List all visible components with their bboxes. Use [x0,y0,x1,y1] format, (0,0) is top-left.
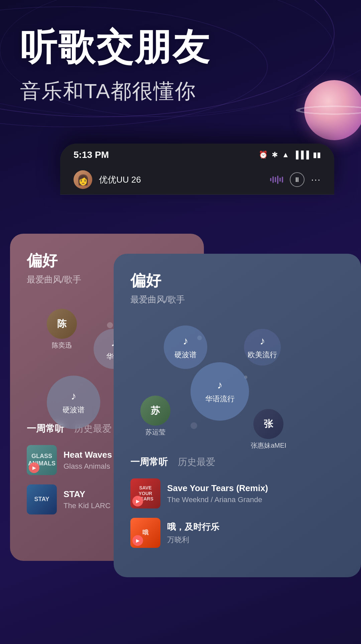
artist-name-su: 苏运莹 [145,428,165,437]
bluetooth-icon: ✱ [272,151,278,159]
front-song-item-2: ▶ 哦 哦，及时行乐 万晓利 [130,518,344,548]
notification-info: 优优UU 26 [99,174,263,186]
front-card-title: 偏好 [130,270,344,291]
artist-su: 苏 苏运莹 [140,396,170,437]
music-icon-cpop: ♪ [217,379,223,391]
phone-mockup: 5:13 PM ⏰ ✱ ▲ ▐▐▐ ▮▮ 👩 优优UU 26 [60,144,361,195]
alarm-icon: ⏰ [259,151,268,159]
front-card-subtitle: 最爱曲风/歌手 [130,294,344,305]
phone-frame: 5:13 PM ⏰ ✱ ▲ ▐▐▐ ▮▮ 👩 优优UU 26 [60,144,334,195]
front-weekly-tabs: 一周常听 历史最爱 [130,456,344,468]
genre-label-hard: 硬波谱 [174,350,197,360]
music-icon-western: ♪ [260,335,265,347]
genre-bubble-large: ♪ 硬波谱 [47,376,100,429]
music-icon-2: ♪ [71,390,76,402]
dot-decoration [107,322,113,328]
notification-controls: ⏸ ··· [290,172,321,187]
artist-name-chen: 陈奕迅 [52,341,72,350]
status-bar: 5:13 PM ⏰ ✱ ▲ ▐▐▐ ▮▮ [60,144,334,165]
genre-label-western: 欧美流行 [248,350,277,360]
notification-avatar: 👩 [74,170,92,189]
notification-username: 优优UU 26 [99,175,141,185]
hero-subtitle: 音乐和TA都很懂你 [20,77,211,105]
music-icon-hard: ♪ [183,335,188,347]
pause-button[interactable]: ⏸ [290,172,305,187]
genre-label-cpop: 华语流行 [205,394,235,404]
artist-avatar-su: 苏 [140,396,170,426]
front-card-bubbles: ♪ 硬波谱 ♪ 欧美流行 ♪ 华语流行 苏 苏 [130,322,344,456]
genre-label-hardwave: 硬波谱 [63,405,85,415]
play-button-front-1[interactable]: ▶ [132,496,143,506]
genre-bubble-cpop-circle: ♪ 华语流行 [191,362,249,421]
status-icons: ⏰ ✱ ▲ ▐▐▐ ▮▮ [259,151,321,159]
planet-decoration [297,73,361,147]
front-tab-weekly[interactable]: 一周常听 [130,456,168,468]
artist-avatar-zhang: 张 [253,409,283,439]
front-song-artist-2: 万晓利 [167,535,344,545]
artist-name-zhang: 张惠妹aMEI [251,441,286,450]
play-button-1[interactable]: ▶ [29,462,39,473]
front-song-item-1: ▶ SAVEYOURTEARS Save Your Tears (Remix) … [130,478,344,508]
dot-decoration-f3 [191,422,197,429]
artist-chen: 陈 陈奕迅 [47,309,77,350]
genre-bubble-hard-circle: ♪ 硬波谱 [164,326,207,369]
song-cover-stay: STAY [27,484,57,514]
song-info-save-tears: Save Your Tears (Remix) The Weeknd / Ari… [167,483,344,504]
status-time: 5:13 PM [74,150,109,160]
play-button-front-2[interactable]: ▶ [132,535,143,546]
more-button[interactable]: ··· [311,174,321,185]
notification-bar: 👩 优优UU 26 ⏸ ··· [60,165,334,195]
front-song-title-1: Save Your Tears (Remix) [167,483,344,493]
preference-card-front: 偏好 最爱曲风/歌手 ♪ 硬波谱 ♪ 欧美流行 [114,254,361,577]
hero-title: 听歌交朋友 [20,27,211,67]
song-info-wanxiaoli: 哦，及时行乐 万晓利 [167,521,344,545]
genre-bubble-western-circle: ♪ 欧美流行 [244,329,281,366]
hero-section: 听歌交朋友 音乐和TA都很懂你 [20,27,211,105]
waveform-animation [270,175,283,185]
song-cover-save-tears: ▶ SAVEYOURTEARS [130,478,160,508]
artist-zhang: 张 张惠妹aMEI [251,409,286,450]
song-cover-wanxiaoli: ▶ 哦 [130,518,160,548]
artist-avatar-chen: 陈 [47,309,77,339]
signal-icon: ▐▐▐ [293,151,309,159]
front-song-artist-1: The Weeknd / Ariana Grande [167,495,344,504]
song-cover-heat-waves: ▶ GLASSANIMALS [27,445,57,475]
front-song-title-2: 哦，及时行乐 [167,521,344,533]
wifi-icon: ▲ [282,151,289,159]
front-tab-history[interactable]: 历史最爱 [178,456,215,468]
battery-icon: ▮▮ [313,151,321,159]
